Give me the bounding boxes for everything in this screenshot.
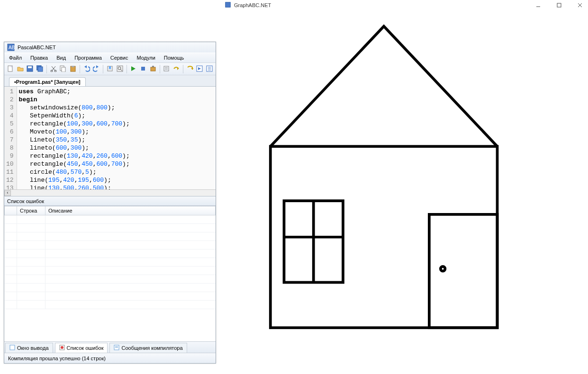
stepover-button[interactable]: [172, 64, 181, 74]
graph-window[interactable]: GraphABC.NET: [223, 0, 588, 374]
err-icon: [59, 345, 65, 351]
build-icon: [150, 65, 156, 73]
svg-rect-7: [38, 67, 43, 71]
svg-rect-5: [28, 66, 32, 68]
bottom-tabs: Окно выводаСписок ошибокСообщения компил…: [4, 341, 216, 353]
statusbar: Компиляция прошла успешно (14 строк): [4, 353, 216, 363]
open-icon: [17, 65, 24, 73]
paste-icon: [70, 65, 76, 73]
toolbar-separator: [160, 65, 160, 73]
find-icon: [117, 65, 123, 73]
menu-сервис[interactable]: Сервис: [107, 54, 132, 62]
bottom-tab-2[interactable]: Сообщения компилятора: [109, 343, 187, 353]
table-row[interactable]: [5, 258, 216, 267]
stop-icon: [140, 65, 146, 73]
code-pane[interactable]: uses GraphABC; begin setwindowsize(800,8…: [17, 87, 132, 196]
errors-panel-header: Список ошибок: [4, 196, 216, 206]
redo-button[interactable]: [92, 64, 101, 74]
copy-button[interactable]: [59, 64, 67, 74]
table-row[interactable]: [5, 241, 216, 249]
save-button[interactable]: [26, 64, 34, 74]
table-row[interactable]: [5, 232, 216, 241]
bottom-tab-1[interactable]: Список ошибок: [55, 343, 108, 353]
line-gutter: 1234567891011121314: [4, 87, 17, 196]
svg-rect-13: [62, 67, 65, 72]
save-all-button[interactable]: [36, 64, 44, 74]
paste-button[interactable]: [69, 64, 77, 74]
svg-marker-16: [84, 65, 87, 68]
table-row[interactable]: [5, 292, 216, 301]
svg-rect-45: [557, 3, 561, 7]
table-row[interactable]: [5, 275, 216, 284]
errors-col-2[interactable]: Описание: [45, 206, 216, 215]
svg-rect-43: [226, 2, 231, 8]
ide-title: PascalABC.NET: [18, 45, 56, 50]
undo-button[interactable]: [82, 64, 91, 74]
stepinto-icon: [187, 65, 193, 73]
toolbar-separator: [46, 65, 47, 73]
ide-window[interactable]: AB PascalABC.NET ФайлПравкаВидПрограммаС…: [4, 42, 216, 364]
table-row[interactable]: [5, 301, 216, 309]
toggle2-button[interactable]: [205, 64, 214, 74]
svg-rect-15: [72, 66, 74, 67]
open-button[interactable]: [16, 64, 25, 74]
toolbar: [4, 63, 216, 75]
bookmark-button[interactable]: [106, 64, 114, 74]
menu-вид[interactable]: Вид: [53, 54, 70, 62]
table-row[interactable]: [5, 224, 216, 232]
toolbar-separator: [127, 65, 127, 73]
menu-помощь[interactable]: Помощь: [160, 54, 188, 62]
menu-файл[interactable]: Файл: [5, 54, 26, 62]
file-tab[interactable]: •Program1.pas* [Запущен]: [9, 77, 86, 86]
svg-rect-37: [10, 345, 15, 350]
status-text: Компиляция прошла успешно (14 строк): [8, 356, 106, 361]
close-button[interactable]: [574, 1, 586, 9]
find-button[interactable]: [116, 64, 124, 74]
cut-button[interactable]: [49, 64, 58, 74]
doc-icon: [9, 345, 15, 351]
copy-icon: [60, 65, 66, 73]
menu-правка[interactable]: Правка: [27, 54, 52, 62]
msg-icon: [114, 345, 119, 351]
ide-titlebar[interactable]: AB PascalABC.NET: [4, 42, 216, 53]
toggle1-button[interactable]: [195, 64, 204, 74]
svg-marker-22: [131, 66, 136, 71]
house-drawing: [225, 10, 588, 374]
maximize-button[interactable]: [553, 1, 565, 9]
new-icon: [7, 65, 14, 73]
code-editor[interactable]: 1234567891011121314 uses GraphABC; begin…: [4, 87, 216, 196]
save-all-icon: [36, 65, 43, 73]
bookmark-icon: [107, 65, 113, 73]
run-icon: [130, 65, 136, 73]
svg-marker-17: [96, 65, 99, 68]
errors-col-1[interactable]: Строка: [17, 206, 45, 215]
save-icon: [27, 65, 33, 73]
scroll-left-icon[interactable]: ‹: [4, 190, 11, 196]
tabbar: •Program1.pas* [Запущен]: [4, 75, 216, 87]
horizontal-scrollbar[interactable]: ‹: [4, 189, 216, 196]
menu-модули[interactable]: Модули: [133, 54, 159, 62]
toolbar-separator: [80, 65, 80, 73]
table-row[interactable]: [5, 215, 216, 224]
table-row[interactable]: [5, 267, 216, 275]
menubar: ФайлПравкаВидПрограммаСервисМодулиПомощь: [4, 53, 216, 63]
menu-программа[interactable]: Программа: [71, 54, 106, 62]
new-button[interactable]: [6, 64, 15, 74]
compileopt-button[interactable]: [162, 64, 171, 74]
svg-rect-24: [151, 67, 155, 71]
table-row[interactable]: [5, 284, 216, 292]
run-button[interactable]: [129, 64, 137, 74]
bottom-tab-0[interactable]: Окно вывода: [5, 343, 53, 353]
minimize-button[interactable]: [532, 1, 544, 9]
errors-col-0[interactable]: [5, 206, 17, 215]
svg-rect-50: [429, 214, 498, 328]
table-row[interactable]: [5, 249, 216, 258]
stepover-icon: [173, 65, 180, 73]
stop-button[interactable]: [139, 64, 147, 74]
bottom-tab-label: Список ошибок: [67, 345, 104, 351]
build-button[interactable]: [149, 64, 157, 74]
stepinto-button[interactable]: [186, 64, 194, 74]
graph-titlebar[interactable]: GraphABC.NET: [223, 0, 588, 10]
errors-panel-title: Список ошибок: [7, 198, 44, 204]
errors-table[interactable]: СтрокаОписание: [4, 206, 216, 341]
